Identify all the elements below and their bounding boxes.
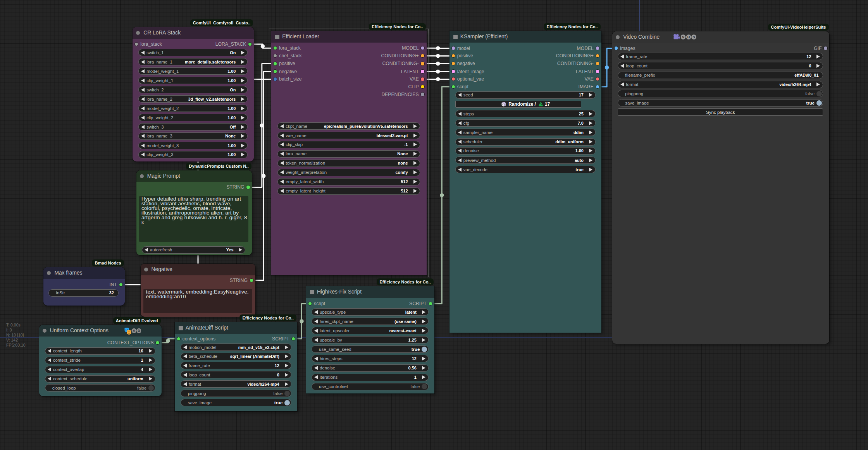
svg-text:A: A bbox=[133, 329, 135, 333]
svg-text:D: D bbox=[138, 329, 140, 333]
svg-text:H: H bbox=[687, 35, 690, 39]
svg-text:S: S bbox=[693, 35, 695, 39]
svg-text:V: V bbox=[682, 35, 684, 39]
